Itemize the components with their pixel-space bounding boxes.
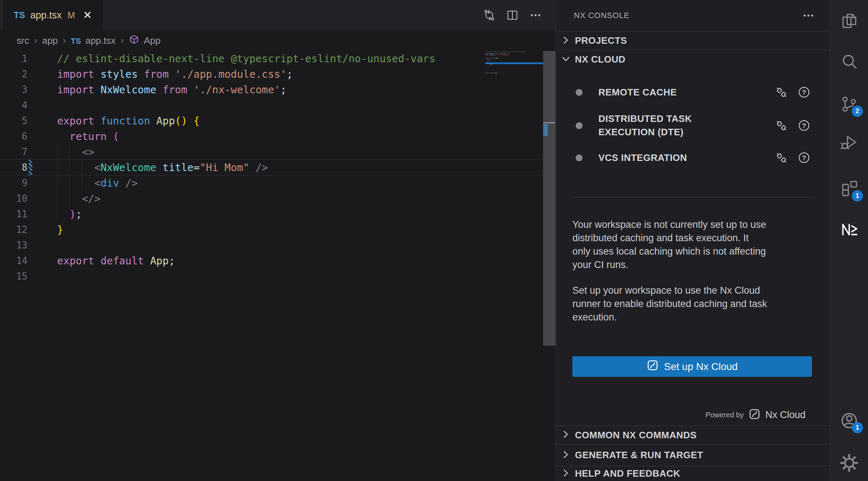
- vscode-window: TS app.tsx M ✕ src›app›TSapp.tsx› App 1/…: [0, 0, 868, 481]
- section-label: COMMON NX COMMANDS: [575, 430, 697, 441]
- code-line[interactable]: 9 <div />: [0, 175, 543, 191]
- search-activity-item[interactable]: [830, 52, 868, 73]
- line-number: 12: [0, 222, 27, 238]
- files-activity-item[interactable]: [830, 11, 868, 31]
- line-number: 13: [0, 238, 27, 253]
- question-icon[interactable]: ?: [798, 86, 811, 99]
- code-text[interactable]: export function App() {: [57, 113, 200, 129]
- code-text[interactable]: <NxWelcome title="Hi Mom" />: [57, 160, 268, 175]
- line-number: 7: [0, 144, 27, 160]
- connect-icon[interactable]: [775, 151, 788, 165]
- code-text[interactable]: <>: [57, 144, 94, 160]
- status-dot-icon: [576, 89, 583, 96]
- code-line[interactable]: 3import NxWelcome from './nx-welcome';: [0, 82, 543, 98]
- notification-badge: 2: [852, 106, 863, 117]
- code-line[interactable]: 10 </>: [0, 191, 543, 207]
- run-debug-activity-item[interactable]: [830, 133, 868, 153]
- section-generate-run-target[interactable]: GENERATE & RUN TARGET: [556, 444, 830, 466]
- chevron-right-icon: [561, 450, 571, 461]
- question-icon[interactable]: ?: [798, 119, 811, 132]
- code-line[interactable]: 5export function App() {: [0, 113, 543, 129]
- line-number: 4: [0, 98, 27, 113]
- brand-name: Nx Cloud: [765, 409, 805, 421]
- code-editor: 1// eslint-disable-next-line @typescript…: [0, 0, 555, 481]
- connect-icon[interactable]: [775, 119, 788, 132]
- line-number: 6: [0, 129, 27, 144]
- notification-badge: 1: [852, 422, 863, 433]
- code-text[interactable]: return (: [57, 129, 119, 144]
- nx-cloud-logo-icon: [749, 408, 760, 421]
- button-label: Set up Nx Cloud: [664, 361, 738, 373]
- line-number: 15: [0, 269, 27, 284]
- feature-row-remote: REMOTE CACHE ?: [556, 82, 830, 102]
- code-line[interactable]: 8 <NxWelcome title="Hi Mom" />: [0, 160, 543, 175]
- code-text[interactable]: </>: [57, 191, 100, 207]
- code-line[interactable]: 14export default App;: [0, 253, 543, 269]
- code-line[interactable]: 4: [0, 98, 543, 113]
- search-icon: [840, 52, 859, 73]
- svg-text:?: ?: [802, 89, 806, 96]
- nx-console-panel: NX CONSOLE PROJECTS NX CLOUD REMOTE CACH…: [555, 0, 830, 481]
- powered-by-label: Powered by: [705, 411, 744, 419]
- code-text[interactable]: export default App;: [57, 253, 175, 269]
- section-nx-cloud[interactable]: NX CLOUD: [556, 50, 830, 69]
- connect-icon[interactable]: [775, 86, 788, 99]
- code-text[interactable]: }: [57, 222, 63, 238]
- nx-console-activity-item[interactable]: [830, 220, 868, 240]
- panel-title: NX CONSOLE: [574, 0, 629, 31]
- nx-cloud-logo-icon: [647, 359, 658, 374]
- code-text[interactable]: import styles from './app.module.css';: [57, 67, 293, 82]
- code-line[interactable]: 7 <>: [0, 144, 543, 160]
- code-line[interactable]: 13: [0, 238, 543, 253]
- svg-text:?: ?: [802, 122, 806, 129]
- powered-by: Powered by Nx Cloud: [705, 408, 805, 422]
- feature-label: DISTRIBUTED TASK EXECUTION (DTE): [598, 112, 732, 139]
- section-projects[interactable]: PROJECTS: [556, 31, 830, 50]
- line-number: 5: [0, 113, 27, 129]
- gutter-modified-marker: [29, 160, 32, 175]
- feature-row-distributed: DISTRIBUTED TASK EXECUTION (DTE) ?: [556, 112, 830, 139]
- account-activity-item[interactable]: 1: [830, 411, 868, 431]
- line-number: 3: [0, 82, 27, 98]
- nx-console-icon: [839, 220, 859, 241]
- code-line[interactable]: 15: [0, 269, 543, 284]
- line-number: 9: [0, 175, 27, 191]
- code-text[interactable]: // eslint-disable-next-line @typescript-…: [57, 51, 435, 67]
- code-line[interactable]: 11 );: [0, 207, 543, 222]
- question-icon[interactable]: ?: [798, 151, 811, 164]
- line-number: 10: [0, 191, 27, 207]
- source-control-activity-item[interactable]: 2: [830, 95, 868, 115]
- section-common-nx-commands[interactable]: COMMON NX COMMANDS: [556, 426, 830, 444]
- minimap-line: [485, 74, 543, 76]
- code-text[interactable]: );: [57, 207, 82, 222]
- line-number: 1: [0, 51, 27, 67]
- settings-gear-activity-item[interactable]: [830, 454, 868, 474]
- code-line[interactable]: 6 return (: [0, 129, 543, 144]
- code-text[interactable]: import NxWelcome from './nx-welcome';: [57, 82, 287, 98]
- section-label: GENERATE & RUN TARGET: [575, 450, 703, 461]
- files-icon: [840, 11, 859, 31]
- settings-gear-icon: [839, 453, 859, 474]
- minimap-current-line: [485, 63, 543, 64]
- section-label: NX CLOUD: [575, 54, 626, 65]
- editor-scrollbar[interactable]: [543, 51, 555, 346]
- line-number: 8: [0, 160, 27, 175]
- code-line[interactable]: 12}: [0, 222, 543, 238]
- extensions-activity-item[interactable]: 1: [830, 179, 868, 200]
- feature-label: REMOTE CACHE: [598, 86, 732, 99]
- divider: [572, 197, 813, 197]
- line-number: 14: [0, 253, 27, 269]
- chevron-right-icon: [561, 35, 571, 46]
- overview-ruler-modified-marker: [543, 124, 548, 136]
- section-help-and-feedback[interactable]: HELP AND FEEDBACK: [556, 466, 830, 481]
- chevron-right-icon: [561, 430, 571, 440]
- code-line[interactable]: 1// eslint-disable-next-line @typescript…: [0, 51, 543, 67]
- minimap[interactable]: // eslint-disable-next-line @typescript-…: [485, 51, 543, 103]
- code-text[interactable]: <div />: [57, 175, 138, 191]
- line-number: 11: [0, 207, 27, 222]
- setup-nx-cloud-button[interactable]: Set up Nx Cloud: [572, 356, 812, 377]
- more-actions-icon[interactable]: [802, 9, 815, 23]
- line-number: 2: [0, 67, 27, 82]
- section-label: PROJECTS: [575, 35, 627, 46]
- code-line[interactable]: 2import styles from './app.module.css';: [0, 67, 543, 82]
